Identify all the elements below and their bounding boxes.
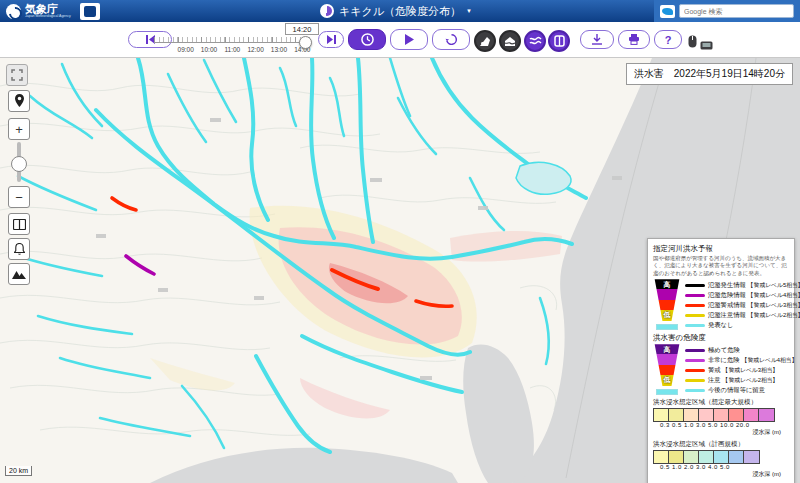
legend-panel: 指定河川洪水予報 国や都道府県が管理する河川のうち、流域面積が大きく、氾濫により… (647, 238, 795, 483)
timeline-ticks[interactable] (154, 37, 312, 43)
scale-bar: 20 km (5, 466, 32, 476)
device-icon[interactable] (700, 36, 713, 54)
map-area[interactable]: 洪水害 2022年5月19日14時20分 + − 20 km 指定河 (0, 58, 800, 483)
legend-row: 氾濫発生情報【警戒レベル5相当】 (685, 280, 800, 290)
legend-level: 【警戒レベル3相当】 (723, 366, 779, 375)
legend-level: 【警戒レベル2相当】 (723, 376, 779, 385)
legend-label: 注意 (708, 376, 721, 385)
flood-kikikuru-button[interactable] (524, 30, 546, 52)
terrain-button[interactable] (8, 263, 30, 285)
depth-cell (699, 409, 714, 421)
time-label: 13:00 (267, 46, 290, 53)
depth-cell (729, 451, 744, 463)
zoom-in-button[interactable]: + (8, 118, 30, 140)
legend-label: 氾濫発生情報 (708, 281, 746, 290)
legend-swatch (685, 294, 705, 297)
status-label: 洪水害 2022年5月19日14時20分 (626, 63, 793, 85)
google-search-input[interactable] (679, 4, 794, 18)
no-warning-swatch (656, 324, 678, 330)
legend-toggle-button[interactable] (8, 213, 30, 235)
depth-cell (654, 451, 669, 463)
agency-name-ja: 気象庁 (25, 3, 58, 15)
question-mark-icon: ? (665, 34, 672, 46)
legend-swatch (685, 349, 705, 352)
depth-cell (669, 451, 684, 463)
fullscreen-button[interactable] (6, 64, 28, 86)
legend-swatch (685, 284, 705, 287)
header-bar: 気象庁 Japan Meteorological Agency キキクル（危険度… (0, 0, 800, 22)
zoom-out-button[interactable]: − (8, 186, 30, 208)
time-label: 12:00 (244, 46, 267, 53)
legend-level: 【警戒レベル4相当】 (742, 356, 798, 365)
sediment-kikikuru-button[interactable] (474, 30, 496, 52)
jma-logo[interactable]: 気象庁 Japan Meteorological Agency (0, 3, 100, 20)
legend-section-title: 指定河川洪水予報 (653, 244, 789, 254)
depth-cell (654, 409, 669, 421)
app-title-menu[interactable]: キキクル（危険度分布） ▼ (320, 0, 472, 22)
mouse-icon[interactable] (688, 34, 697, 52)
legend-row: 注意【警戒レベル2相当】 (685, 375, 797, 385)
depth-cell (744, 409, 759, 421)
legend-swatch (685, 304, 705, 307)
legend-level: 【警戒レベル2相当】 (748, 311, 800, 320)
low-label: 低 (653, 375, 681, 385)
kikikuru-app: 気象庁 Japan Meteorological Agency キキクル（危険度… (0, 0, 800, 483)
timeline-slider-handle[interactable] (299, 36, 312, 49)
legend-swatch (685, 369, 705, 372)
legend-row: 警戒【警戒レベル3相当】 (685, 365, 797, 375)
time-label: 11:00 (221, 46, 244, 53)
current-location-button[interactable] (8, 90, 30, 112)
app-title-label: キキクル（危険度分布） (339, 4, 461, 19)
legend-row: 極めて危険 (685, 345, 797, 355)
depth-cell (684, 451, 699, 463)
legend-label: 警戒 (708, 366, 721, 375)
legend-row: 非常に危険【警戒レベル4相当】 (685, 355, 797, 365)
depth-color-bar-max (653, 408, 775, 422)
high-label: 高 (653, 345, 681, 355)
zoom-slider-handle[interactable] (11, 156, 27, 172)
depth-bar-title: 洪水浸水想定区域（計画規模） (653, 440, 789, 449)
depth-bar-title: 洪水浸水想定区域（想定最大規模） (653, 398, 789, 407)
depth-unit: 浸水深 (m) (653, 470, 781, 479)
jma-badge-icon[interactable] (80, 3, 100, 20)
legend-row: 氾濫危険情報【警戒レベル4相当】 (685, 290, 800, 300)
legend-swatch (685, 324, 705, 327)
help-button[interactable]: ? (654, 30, 682, 49)
depth-cell (714, 409, 729, 421)
legend-swatch (685, 379, 705, 382)
legend-swatch (685, 389, 705, 392)
print-button[interactable] (618, 30, 650, 49)
legend-label: 発表なし (708, 321, 733, 330)
twitter-icon[interactable] (660, 5, 675, 18)
depth-cell (714, 451, 729, 463)
legend-level: 【警戒レベル5相当】 (748, 281, 800, 290)
time-tooltip: 14:20 (285, 23, 319, 35)
depth-color-bar-plan (653, 450, 760, 464)
legend-label: 氾濫警戒情報 (708, 301, 746, 310)
play-button[interactable] (390, 29, 428, 50)
depth-cell (759, 409, 774, 421)
legend-level: 【警戒レベル4相当】 (748, 291, 800, 300)
time-label: 09:00 (174, 46, 197, 53)
download-button[interactable] (580, 30, 614, 49)
legend-swatch (685, 314, 705, 317)
agency-name: 気象庁 Japan Meteorological Agency (25, 4, 71, 19)
header-right (654, 0, 800, 22)
depth-cell (729, 409, 744, 421)
agency-name-en: Japan Meteorological Agency (25, 15, 71, 19)
notification-button[interactable] (8, 238, 30, 260)
step-forward-button[interactable] (318, 31, 344, 48)
legend-label: 極めて危険 (708, 346, 740, 355)
inundation-kikikuru-button[interactable] (499, 30, 521, 52)
legend-swatch (685, 359, 705, 362)
legend-label: 今後の情報等に留意 (708, 386, 765, 395)
legend-level: 【警戒レベル3相当】 (748, 301, 800, 310)
current-time-button[interactable] (348, 29, 386, 50)
legend-rows: 極めて危険非常に危険【警戒レベル4相当】警戒【警戒レベル3相当】注意【警戒レベル… (685, 344, 797, 395)
jma-emblem-icon (6, 4, 21, 19)
river-forecast-button[interactable] (548, 30, 570, 52)
stay-alert-swatch (656, 389, 678, 395)
legend-row: 氾濫注意情報【警戒レベル2相当】 (685, 310, 800, 320)
loop-button[interactable] (432, 29, 470, 50)
legend-rows: 氾濫発生情報【警戒レベル5相当】氾濫危険情報【警戒レベル4相当】氾濫警戒情報【警… (685, 279, 800, 330)
